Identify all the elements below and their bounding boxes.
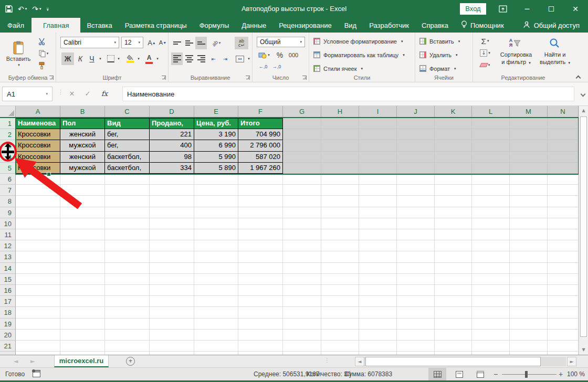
font-size-combo[interactable]: 12▾ [121, 37, 143, 48]
selected-empty-cell[interactable] [397, 152, 435, 163]
formula-input[interactable]: Наименование [122, 87, 574, 101]
column-header-J[interactable]: J [397, 106, 435, 118]
column-header-E[interactable]: E [194, 106, 238, 118]
fill-button[interactable]: ↓▾ [477, 48, 493, 58]
tab-developer[interactable]: Разработчик [363, 18, 415, 33]
status-sum[interactable]: Сумма: 6078383 [344, 370, 392, 378]
row-header-4[interactable]: 4 [0, 152, 16, 163]
sheet-tab-active[interactable]: microexcel.ru [54, 355, 109, 367]
table-cell[interactable]: Кроссовки [16, 129, 60, 140]
column-header-B[interactable]: B [60, 106, 105, 118]
align-left-button[interactable] [171, 52, 183, 65]
row-header-7[interactable]: 7 [0, 185, 16, 196]
table-cell[interactable]: 2 796 000 [238, 140, 283, 151]
selected-empty-cell[interactable] [283, 163, 321, 174]
macro-record-icon[interactable] [33, 370, 40, 377]
selected-empty-cell[interactable] [359, 118, 397, 129]
underline-dropdown[interactable]: ▾ [97, 52, 102, 65]
tab-formulas[interactable]: Формулы [193, 18, 236, 33]
tab-insert[interactable]: Вставка [80, 18, 118, 33]
tab-review[interactable]: Рецензирование [272, 18, 338, 33]
format-as-table-button[interactable]: Форматировать как таблицу▾ [313, 51, 405, 58]
row-header-1[interactable]: 1 [0, 118, 16, 129]
font-color-icon[interactable]: А [144, 52, 154, 65]
tab-scroll-divider[interactable]: ⋮ [324, 357, 330, 363]
selected-empty-cell[interactable] [397, 140, 435, 151]
row-header-18[interactable]: 18 [0, 307, 16, 318]
table-header-cell[interactable]: Наименова [16, 118, 60, 129]
row-header-13[interactable]: 13 [0, 251, 16, 262]
table-cell[interactable]: 6 990 [194, 140, 238, 151]
column-header-L[interactable]: L [472, 106, 510, 118]
column-header-I[interactable]: I [359, 106, 397, 118]
share-button[interactable]: Общий доступ [517, 18, 588, 33]
table-cell[interactable]: Кроссовки [16, 152, 60, 163]
cell-area[interactable]: НаименоваПолВидПродано,Цена, руб.ИтогоКр… [16, 118, 579, 355]
tab-page-layout[interactable]: Разметка страницы [119, 18, 193, 33]
selected-empty-cell[interactable] [359, 152, 397, 163]
view-page-break-button[interactable] [471, 368, 489, 380]
tab-data[interactable]: Данные [235, 18, 272, 33]
table-cell[interactable]: 221 [150, 129, 194, 140]
selected-empty-cell[interactable] [321, 152, 359, 163]
tab-home[interactable]: Главная [32, 18, 80, 33]
column-header-C[interactable]: C [105, 106, 150, 118]
cut-icon[interactable] [36, 37, 47, 46]
insert-cells-button[interactable]: Вставить▾ [419, 38, 460, 45]
row-header-20[interactable]: 20 [0, 330, 16, 341]
column-header-D[interactable]: D [150, 106, 194, 118]
selected-empty-cell[interactable] [472, 152, 510, 163]
selected-empty-cell[interactable] [472, 163, 510, 174]
format-cells-button[interactable]: Формат▾ [419, 65, 456, 72]
accounting-format-icon[interactable]: ▾ [257, 50, 271, 60]
copy-icon[interactable]: ▾ [36, 49, 51, 58]
selected-empty-cell[interactable] [548, 118, 579, 129]
selected-empty-cell[interactable] [283, 152, 321, 163]
column-header-K[interactable]: K [435, 106, 472, 118]
wrap-text-button[interactable]: abc↵ [235, 37, 248, 49]
table-cell[interactable]: Кроссовки [16, 163, 60, 174]
table-cell[interactable]: женский [60, 129, 105, 140]
conditional-formatting-button[interactable]: Условное форматирование▾ [313, 38, 403, 45]
selected-empty-cell[interactable] [359, 129, 397, 140]
table-cell[interactable]: баскетбол, [105, 163, 150, 174]
cancel-icon[interactable]: ✕ [65, 87, 79, 101]
ribbon-display-options-icon[interactable] [491, 0, 514, 18]
enter-icon[interactable]: ✓ [81, 87, 94, 101]
hscroll-right-icon[interactable]: ► [567, 357, 576, 366]
row-header-2[interactable]: 2 [0, 129, 16, 140]
view-page-layout-button[interactable] [450, 368, 468, 380]
selected-empty-cell[interactable] [435, 152, 472, 163]
number-dialog-launcher[interactable] [302, 76, 307, 80]
selected-empty-cell[interactable] [510, 129, 548, 140]
table-cell[interactable]: мужской [60, 140, 105, 151]
table-cell[interactable]: 3 190 [194, 129, 238, 140]
select-all-button[interactable] [0, 106, 16, 118]
merge-dropdown[interactable]: ▾ [246, 52, 251, 65]
sort-filter-button[interactable]: Сортировкаи фильтр ▾ [496, 51, 536, 67]
selected-empty-cell[interactable] [548, 129, 579, 140]
row-header-21[interactable]: 21 [0, 341, 16, 352]
table-cell[interactable]: 334 [150, 163, 194, 174]
table-header-cell[interactable]: Итого [238, 118, 283, 129]
tab-file[interactable]: Файл [0, 18, 32, 33]
selected-empty-cell[interactable] [435, 129, 472, 140]
hscroll-thumb[interactable] [365, 357, 541, 366]
cell-styles-button[interactable]: Стили ячеек▾ [313, 65, 363, 72]
view-normal-button[interactable] [428, 368, 446, 380]
row-header-15[interactable]: 15 [0, 274, 16, 285]
row-header-9[interactable]: 9 [0, 207, 16, 218]
align-right-button[interactable] [195, 52, 207, 65]
vscroll-thumb[interactable] [580, 116, 587, 337]
percent-style-button[interactable]: % [275, 50, 285, 60]
align-top-button[interactable] [171, 37, 183, 49]
close-button[interactable]: ✕ [564, 0, 587, 18]
selected-empty-cell[interactable] [397, 129, 435, 140]
decrease-indent-button[interactable]: ⇤ [208, 52, 219, 65]
shrink-font-button[interactable]: А▼ [158, 37, 167, 48]
underline-button[interactable]: Ч [87, 52, 97, 65]
table-cell[interactable]: 704 990 [238, 129, 283, 140]
find-select-button[interactable]: Найти ивыделить ▾ [539, 51, 571, 67]
sign-in-button[interactable]: Вход [460, 3, 486, 15]
font-color-dropdown[interactable]: ▾ [154, 52, 160, 65]
